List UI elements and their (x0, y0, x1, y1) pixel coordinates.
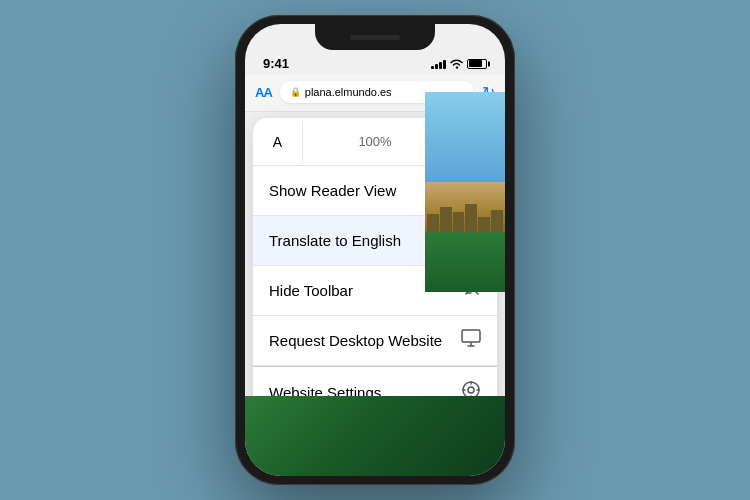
phone-screen: 9:41 AA (245, 24, 505, 476)
battery-icon (467, 59, 487, 69)
status-time: 9:41 (263, 56, 289, 71)
web-content-preview (245, 396, 505, 476)
background-image (425, 92, 505, 292)
translate-label: Translate to English (269, 232, 401, 249)
svg-rect-9 (462, 330, 480, 342)
reader-view-label: Show Reader View (269, 182, 396, 199)
signal-icon (431, 59, 446, 69)
web-image (245, 396, 505, 476)
desktop-label: Request Desktop Website (269, 332, 442, 349)
font-decrease-button[interactable]: A (253, 122, 303, 162)
phone-notch (315, 24, 435, 50)
url-text: plana.elmundo.es (305, 86, 392, 98)
phone-frame: 9:41 AA (235, 15, 515, 485)
menu-item-desktop[interactable]: Request Desktop Website (253, 316, 497, 366)
speaker (350, 35, 400, 40)
wifi-icon (450, 59, 463, 69)
svg-point-13 (468, 387, 474, 393)
desktop-icon (461, 329, 481, 352)
lock-icon: 🔒 (290, 87, 301, 97)
hide-toolbar-label: Hide Toolbar (269, 282, 353, 299)
aa-button[interactable]: AA (255, 85, 272, 100)
status-icons (431, 59, 487, 69)
